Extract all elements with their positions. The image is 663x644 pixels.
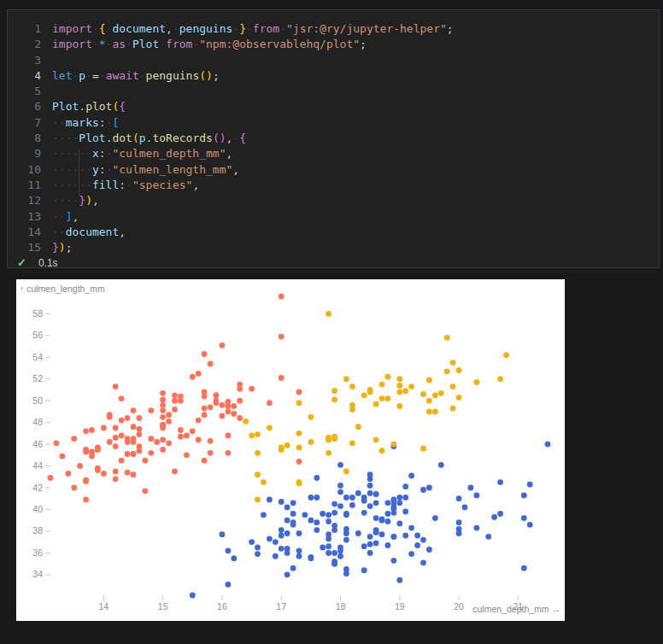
line-number: 11 [8, 178, 41, 193]
svg-text:50: 50 [32, 395, 43, 406]
line-number: 4 [8, 68, 41, 84]
line-number: 14 [8, 225, 41, 240]
svg-text:36: 36 [32, 547, 43, 558]
code-line[interactable]: 14··document, [8, 225, 659, 240]
series-Chinstrap [243, 311, 509, 502]
code-text: import·{·document,·penguins·}·from·"jsr:… [52, 21, 454, 37]
svg-text:19: 19 [395, 601, 405, 612]
line-number: 13 [8, 209, 41, 225]
code-text: ····Plot.dot(p.toRecords(),·{ [52, 131, 246, 146]
svg-text:14: 14 [99, 601, 109, 612]
line-number: 2 [8, 37, 41, 52]
code-line[interactable]: 2import·*·as·Plot·from·"npm:@observableh… [8, 37, 659, 52]
code-line[interactable]: 10······y:·"culmen_length_mm", [8, 162, 659, 178]
code-text: ······fill:·"species", [52, 178, 199, 193]
line-number: 6 [8, 99, 41, 114]
code-text: ··marks:·[ [52, 115, 119, 131]
code-text: ··document, [52, 225, 126, 240]
svg-text:54: 54 [32, 352, 43, 362]
notebook-code-cell[interactable]: 1import·{·document,·penguins·}·from·"jsr… [7, 9, 660, 268]
code-line[interactable]: 5 [8, 84, 659, 99]
scatter-plot: 3436384042444648505254565814151617181920… [16, 279, 565, 621]
svg-text:18: 18 [336, 601, 346, 612]
svg-text:20: 20 [454, 601, 464, 612]
svg-text:58: 58 [32, 308, 43, 319]
line-number: 8 [8, 131, 41, 146]
series-Adelie [190, 442, 550, 599]
code-editor[interactable]: 1import·{·document,·penguins·}·from·"jsr… [8, 10, 659, 255]
svg-text:15: 15 [158, 601, 168, 612]
code-line[interactable]: 4let·p·=·await·penguins(); [8, 68, 659, 84]
code-text: Plot.plot({ [52, 99, 126, 114]
code-line[interactable]: 3 [8, 53, 659, 68]
code-line[interactable]: 1import·{·document,·penguins·}·from·"jsr… [8, 21, 659, 37]
svg-text:34: 34 [32, 569, 43, 579]
code-text: ····}), [52, 193, 99, 208]
code-line[interactable]: 15}); [8, 240, 659, 255]
code-line[interactable]: 13··], [8, 209, 659, 225]
code-line[interactable]: 12····}), [8, 193, 659, 208]
svg-text:56: 56 [32, 330, 43, 340]
success-check-icon: ✓ [17, 257, 26, 268]
indent-guide [79, 149, 79, 196]
y-axis: 34363840424446485052545658 [32, 308, 50, 579]
code-line[interactable]: 7··marks:·[ [8, 115, 659, 131]
svg-text:38: 38 [32, 525, 43, 536]
svg-text:16: 16 [217, 601, 227, 612]
code-text: let·p·=·await·penguins(); [52, 68, 220, 84]
cell-output-plot: ↑ culmen_length_mm culmen_depth_mm → 343… [16, 279, 565, 621]
line-number: 3 [8, 53, 41, 68]
svg-text:42: 42 [32, 483, 43, 493]
line-number: 7 [8, 115, 41, 131]
code-line[interactable]: 9······x:·"culmen_depth_mm", [8, 146, 659, 161]
code-line[interactable]: 11······fill:·"species", [8, 178, 659, 193]
code-text: ······y:·"culmen_length_mm", [52, 162, 239, 178]
code-line[interactable]: 6Plot.plot({ [8, 99, 659, 114]
svg-text:17: 17 [276, 601, 286, 612]
line-number: 15 [8, 240, 41, 255]
code-text: import·*·as·Plot·from·"npm:@observablehq… [52, 37, 367, 52]
svg-text:44: 44 [32, 460, 43, 471]
code-text: ··], [52, 209, 79, 225]
code-line[interactable]: 8····Plot.dot(p.toRecords(),·{ [8, 131, 659, 146]
series-Gentoo [48, 294, 302, 503]
line-number: 9 [8, 146, 41, 161]
svg-text:40: 40 [32, 504, 43, 514]
svg-text:48: 48 [32, 417, 43, 427]
line-number: 12 [8, 193, 41, 208]
line-number: 5 [8, 84, 41, 99]
code-text: }); [52, 240, 72, 255]
cell-execution-status: ✓ 0.1s [8, 255, 659, 270]
execution-time: 0.1s [38, 257, 58, 269]
svg-text:52: 52 [32, 373, 43, 383]
svg-text:46: 46 [32, 439, 43, 449]
line-number: 1 [8, 21, 41, 37]
svg-text:21: 21 [513, 601, 524, 612]
line-number: 10 [8, 162, 41, 178]
x-axis: 1415161718192021 [99, 595, 524, 612]
